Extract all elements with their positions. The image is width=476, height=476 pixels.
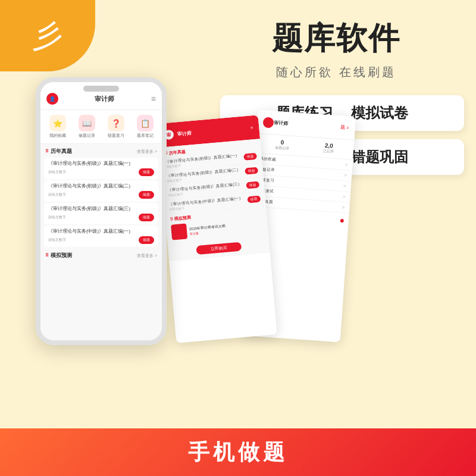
section-title-mock: ⠿ 模拟预测 (45, 252, 72, 259)
phone-screen: 👤 审计师 ≡ ⭐ 我的收藏 📖 做题记录 ❓ (40, 82, 162, 340)
paper-left-btn-2[interactable]: 做题 (245, 167, 258, 175)
paper-left-btn-1[interactable]: 做题 (243, 153, 257, 161)
sub-title: 随心所欲 在线刷题 (208, 64, 464, 80)
phone-mockup: 👤 审计师 ≡ ⭐ 我的收藏 📖 做题记录 ❓ (36, 77, 167, 345)
phone-list-item-4: 《审计理论与实务(中级)》真题汇编(一) 训练文数字 做题 (44, 226, 158, 247)
do-questions-btn-3[interactable]: 做题 (139, 214, 154, 221)
qa-label-notes: 题库笔记 (137, 133, 154, 139)
phone-menu-icon[interactable]: ≡ (151, 94, 156, 104)
section-more-history[interactable]: 查看更多 > (137, 149, 157, 155)
bottom-banner: 手机做题 (0, 428, 476, 476)
paper-left-title: 审计师 (177, 130, 192, 137)
phone-list-item-3: 《审计理论与实务(初级)》真题汇编(三) 训练文数字 做题 (44, 203, 158, 224)
phone-notch (83, 86, 119, 92)
paper-left-btn-4[interactable]: 做题 (247, 195, 261, 203)
qa-label-wrong: 错题复习 (108, 133, 124, 139)
do-questions-btn-1[interactable]: 做题 (139, 168, 154, 176)
paper-right-name: 审计师 (274, 120, 289, 127)
dots-icon-2: ⠿ (45, 253, 49, 258)
section-header-mock: ⠿ 模拟预测 查看更多 > (40, 248, 162, 261)
logo-icon: 彡 (32, 20, 63, 51)
qa-item-favorites[interactable]: ⭐ 我的收藏 (49, 115, 66, 139)
quick-actions: ⭐ 我的收藏 📖 做题记录 ❓ 错题复习 📋 题库笔记 (40, 110, 162, 144)
section-header-history: ⠿ 历年真题 查看更多 > (40, 144, 162, 156)
do-questions-btn-4[interactable]: 做题 (139, 236, 154, 244)
phone-screen-title: 审计师 (95, 95, 114, 104)
feature-text-1b: 模拟试卷 (351, 104, 408, 123)
phone-list-item-2: 《审计理论与实务(初级)》真题汇编(二) 训练文数字 做题 (44, 180, 158, 202)
paper-mockup-left: 审 审计师 ≡ ⠿ 历年真题 《审计理论与实务(初级)》真题汇编(一) 训练文数… (157, 115, 277, 343)
qa-label-records: 做题记录 (79, 133, 95, 139)
title-area: 题库软件 随心所欲 在线刷题 (208, 18, 464, 80)
dots-icon-1: ⠿ (45, 149, 49, 154)
logo-area: 彡 (0, 0, 95, 71)
feature-text-2b: 错题巩固 (351, 148, 408, 167)
qa-item-notes[interactable]: 📋 题库笔记 (137, 115, 154, 139)
phone-list-item-1: 《审计理论与实务(初级)》真题汇编(一) 训练文数字 做题 (44, 158, 158, 179)
do-questions-btn-2[interactable]: 做题 (139, 191, 154, 199)
paper-left-btn-3[interactable]: 做题 (246, 181, 259, 189)
qa-item-records[interactable]: 📖 做题记录 (79, 115, 95, 139)
bottom-banner-text: 手机做题 (188, 438, 288, 467)
section-title-history: ⠿ 历年真题 (45, 148, 72, 155)
phone-avatar: 👤 (46, 93, 58, 105)
qa-label-favorites: 我的收藏 (49, 133, 66, 139)
main-title: 题库软件 (208, 18, 464, 60)
section-more-mock[interactable]: 查看更多 > (137, 253, 157, 259)
qa-item-wrong[interactable]: ❓ 错题复习 (108, 115, 124, 139)
